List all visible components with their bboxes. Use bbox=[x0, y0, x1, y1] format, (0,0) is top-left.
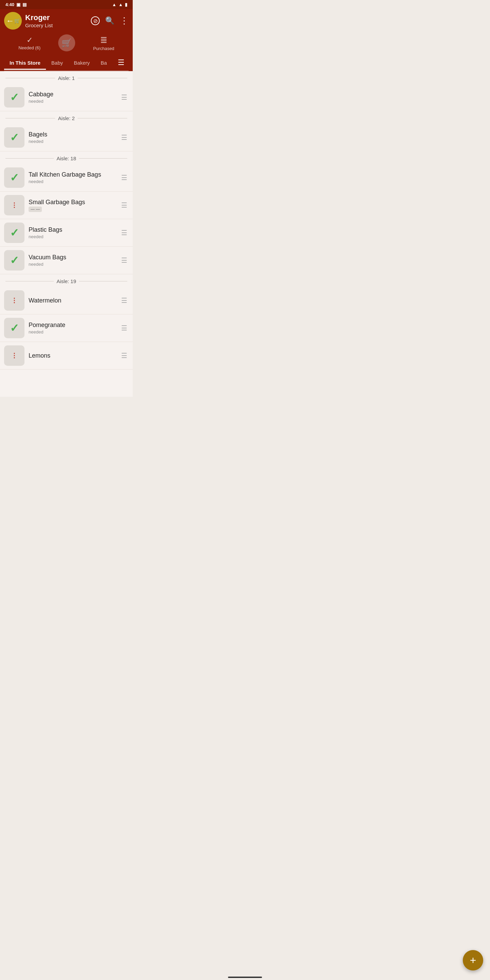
list-icon: ⁝ bbox=[13, 295, 16, 306]
tab-baby[interactable]: Baby bbox=[46, 56, 68, 69]
aisle-line-left bbox=[5, 158, 54, 159]
item-name-cabbage: Cabbage bbox=[29, 91, 116, 98]
cart-overlay-icon: 🛒 bbox=[14, 18, 20, 24]
item-info-watermelon: Watermelon bbox=[29, 297, 116, 304]
item-checkbox-pomegranate[interactable]: ✓ bbox=[4, 318, 24, 338]
aisle-line-left bbox=[5, 281, 54, 282]
aisle-line-left bbox=[5, 118, 55, 118]
needed-label: Needed (6) bbox=[18, 45, 40, 50]
list-icon: ≣ bbox=[100, 35, 108, 45]
checkmark-icon: ✓ bbox=[27, 36, 33, 45]
drag-handle-vacuum-bags[interactable]: ☰ bbox=[120, 255, 129, 266]
item-checkbox-watermelon[interactable]: ⁝ bbox=[4, 290, 24, 311]
drag-handle-small-garbage-bags[interactable]: ☰ bbox=[120, 200, 129, 211]
checkmark-icon: ✓ bbox=[10, 321, 19, 334]
filter-icon[interactable]: ⊘ bbox=[91, 16, 100, 25]
tab-bakery[interactable]: Bakery bbox=[68, 56, 95, 69]
item-info-tall-garbage-bags: Tall Kitchen Garbage Bags needed bbox=[29, 171, 116, 184]
back-arrow-icon: ← bbox=[6, 16, 14, 25]
status-left: 4:40 ▣ ▤ bbox=[5, 2, 27, 7]
drag-handle-tall-garbage-bags[interactable]: ☰ bbox=[120, 172, 129, 183]
item-info-cabbage: Cabbage needed bbox=[29, 91, 116, 104]
cart-icon: 🛒 bbox=[62, 38, 72, 48]
drag-handle-plastic-bags[interactable]: ☰ bbox=[120, 227, 129, 238]
header-icons: ⊘ 🔍 ⋮ bbox=[91, 16, 129, 26]
aisle-line-left bbox=[5, 78, 55, 78]
tab-in-this-store[interactable]: In This Store bbox=[4, 56, 46, 69]
toggle-purchased[interactable]: ≣ Purchased bbox=[93, 35, 115, 51]
drag-handle-lemons[interactable]: ☰ bbox=[120, 350, 129, 361]
purchased-label: Purchased bbox=[93, 46, 115, 51]
item-name-watermelon: Watermelon bbox=[29, 297, 116, 304]
list-item: ✓ Bagels needed ☰ bbox=[0, 124, 133, 151]
item-checkbox-plastic-bags[interactable]: ✓ bbox=[4, 223, 24, 243]
search-icon[interactable]: 🔍 bbox=[105, 16, 115, 25]
item-status-tall-garbage-bags: needed bbox=[29, 179, 116, 184]
aisle-line-right bbox=[78, 78, 127, 78]
aisle-label-2: Aisle: 2 bbox=[58, 115, 75, 121]
list-name: Grocery List bbox=[25, 22, 53, 28]
item-name-pomegranate: Pomegranate bbox=[29, 321, 116, 329]
list-icon: ⁝ bbox=[13, 350, 16, 361]
item-status-cabbage: needed bbox=[29, 99, 116, 104]
item-checkbox-lemons[interactable]: ⁝ bbox=[4, 345, 24, 366]
status-right: ▲ ▲ ▮ bbox=[112, 2, 127, 7]
status-bar: 4:40 ▣ ▤ ▲ ▲ ▮ bbox=[0, 0, 133, 9]
status-time: 4:40 bbox=[5, 2, 14, 7]
item-checkbox-tall-garbage-bags[interactable]: ✓ bbox=[4, 167, 24, 188]
list-item: ⁝ Watermelon ☰ bbox=[0, 287, 133, 314]
item-info-bagels: Bagels needed bbox=[29, 131, 116, 144]
category-tabs: In This Store Baby Bakery Ba ☰ bbox=[4, 55, 129, 71]
tab-menu-icon[interactable]: ☰ bbox=[114, 55, 129, 70]
item-checkbox-cabbage[interactable]: ✓ bbox=[4, 87, 24, 108]
item-name-lemons: Lemons bbox=[29, 352, 116, 360]
item-status-vacuum-bags: needed bbox=[29, 262, 116, 267]
item-status-bagels: needed bbox=[29, 139, 116, 144]
item-info-plastic-bags: Plastic Bags needed bbox=[29, 226, 116, 239]
item-checkbox-small-garbage-bags[interactable]: ⁝ bbox=[4, 195, 24, 215]
drag-handle-cabbage[interactable]: ☰ bbox=[120, 92, 129, 103]
aisle-line-right bbox=[79, 281, 127, 282]
aisle-divider-18: Aisle: 18 bbox=[0, 151, 133, 164]
tab-ba-ellipsis[interactable]: Ba bbox=[95, 56, 112, 69]
item-info-small-garbage-bags: Small Garbage Bags — — bbox=[29, 199, 116, 212]
aisle-line-right bbox=[78, 118, 127, 118]
store-name: Kroger bbox=[25, 13, 53, 22]
item-info-vacuum-bags: Vacuum Bags needed bbox=[29, 254, 116, 267]
checkmark-icon: ✓ bbox=[10, 226, 19, 239]
list-item: ⁝ Lemons ☰ bbox=[0, 342, 133, 369]
checkmark-icon: ✓ bbox=[10, 171, 19, 184]
more-options-icon[interactable]: ⋮ bbox=[120, 16, 129, 26]
drag-handle-watermelon[interactable]: ☰ bbox=[120, 295, 129, 306]
item-checkbox-vacuum-bags[interactable]: ✓ bbox=[4, 250, 24, 270]
header-top: ← 🛒 Kroger Grocery List ⊘ 🔍 ⋮ bbox=[4, 12, 129, 30]
aisle-label-18: Aisle: 18 bbox=[56, 156, 76, 161]
item-checkbox-bagels[interactable]: ✓ bbox=[4, 127, 24, 148]
item-info-lemons: Lemons bbox=[29, 352, 116, 360]
list-icon: ⁝ bbox=[13, 200, 16, 211]
item-status-pomegranate: needed bbox=[29, 329, 116, 334]
wifi-icon: ▲ bbox=[112, 2, 116, 7]
cart-toggle[interactable]: 🛒 bbox=[58, 34, 75, 51]
toggle-needed[interactable]: ✓ Needed (6) bbox=[18, 36, 40, 50]
aisle-divider-2: Aisle: 2 bbox=[0, 111, 133, 124]
storage-icon: ▤ bbox=[22, 2, 27, 7]
back-button[interactable]: ← 🛒 bbox=[4, 12, 22, 30]
aisle-divider-19: Aisle: 19 bbox=[0, 274, 133, 287]
list-item: ✓ Pomegranate needed ☰ bbox=[0, 314, 133, 342]
store-info: Kroger Grocery List bbox=[25, 13, 53, 28]
list-item: ✓ Cabbage needed ☰ bbox=[0, 84, 133, 111]
aisle-line-right bbox=[79, 158, 127, 159]
battery-icon: ▮ bbox=[125, 2, 127, 7]
item-name-small-garbage-bags: Small Garbage Bags bbox=[29, 199, 116, 206]
drag-handle-pomegranate[interactable]: ☰ bbox=[120, 323, 129, 334]
drag-handle-bagels[interactable]: ☰ bbox=[120, 132, 129, 143]
header: ← 🛒 Kroger Grocery List ⊘ 🔍 ⋮ ✓ Needed (… bbox=[0, 9, 133, 71]
list-item: ✓ Plastic Bags needed ☰ bbox=[0, 219, 133, 247]
item-name-vacuum-bags: Vacuum Bags bbox=[29, 254, 116, 261]
checkmark-icon: ✓ bbox=[10, 91, 19, 104]
aisle-label-19: Aisle: 19 bbox=[56, 278, 76, 284]
sim-icon: ▣ bbox=[16, 2, 21, 7]
aisle-divider-1: Aisle: 1 bbox=[0, 71, 133, 84]
item-info-pomegranate: Pomegranate needed bbox=[29, 321, 116, 334]
